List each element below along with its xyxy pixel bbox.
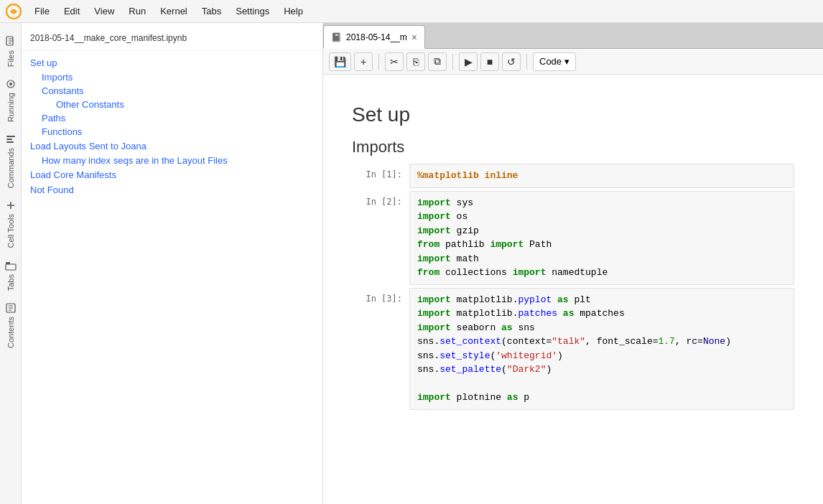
cell-2: In [2]: import sys import os import gzip… (352, 191, 794, 285)
commands-label: Commands (6, 148, 15, 188)
sidebar-item-commands[interactable]: Commands (5, 128, 17, 194)
toc-item-load-layouts[interactable]: Load Layouts Sent to Joana (22, 139, 322, 154)
menubar: File Edit View Run Kernel Tabs Settings … (0, 0, 823, 23)
toc-item-setup[interactable]: Set up (22, 55, 322, 70)
cell-1: In [1]: %matplotlib inline (352, 164, 794, 188)
heading-setup: Set up (352, 103, 794, 126)
cell-2-label: In [2]: (352, 191, 409, 285)
svg-point-3 (9, 83, 12, 85)
toolbar-separator-1 (378, 54, 379, 70)
svg-rect-8 (6, 264, 16, 270)
cell-3-content[interactable]: import matplotlib.pyplot as plt import m… (409, 288, 794, 410)
notebook-area: 📓 2018-05-14__m × 💾 + ✂ ⎘ ⧉ ▶ ■ ↺ Code ▾ (323, 23, 823, 504)
menu-edit[interactable]: Edit (57, 4, 87, 19)
sidebar-item-files[interactable]: Files (5, 30, 17, 73)
save-button[interactable]: 💾 (329, 52, 351, 71)
toolbar-separator-2 (452, 54, 453, 70)
menu-tabs[interactable]: Tabs (195, 4, 228, 19)
menu-run[interactable]: Run (121, 4, 153, 19)
copy-button[interactable]: ⎘ (406, 52, 425, 71)
menu-help[interactable]: Help (276, 4, 310, 19)
toc-item-not-found[interactable]: Not Found (22, 182, 322, 197)
files-label: Files (6, 50, 15, 67)
add-cell-button[interactable]: + (354, 52, 373, 71)
tab-close-button[interactable]: × (412, 32, 417, 42)
menu-kernel[interactable]: Kernel (153, 4, 195, 19)
sidebar-item-tabs[interactable]: Tabs (5, 254, 17, 297)
cell-type-dropdown[interactable]: Code ▾ (533, 52, 576, 71)
paste-button[interactable]: ⧉ (428, 52, 447, 71)
run-button[interactable]: ▶ (459, 52, 478, 71)
toolbar-separator-3 (526, 54, 527, 70)
toc-panel: 2018-05-14__make_core_manifest.ipynb Set… (22, 23, 323, 504)
cell-1-content[interactable]: %matplotlib inline (409, 164, 794, 188)
tabs-label: Tabs (6, 274, 15, 291)
menu-file[interactable]: File (27, 4, 57, 19)
toc-item-load-core[interactable]: Load Core Manifests (22, 167, 322, 182)
sidebar-item-cell-tools[interactable]: Cell Tools (5, 194, 17, 254)
cell-tools-label: Cell Tools (6, 214, 15, 248)
toolbar: 💾 + ✂ ⎘ ⧉ ▶ ■ ↺ Code ▾ (323, 49, 823, 75)
sidebar-item-running[interactable]: Running (5, 73, 17, 128)
restart-button[interactable]: ↺ (502, 52, 521, 71)
notebook-content: Set up Imports In [1]: %matplotlib inlin… (323, 75, 823, 504)
heading-imports: Imports (352, 138, 794, 157)
cell-type-label: Code (539, 56, 562, 67)
svg-rect-5 (6, 139, 12, 140)
svg-rect-4 (6, 136, 15, 137)
sidebar-item-contents[interactable]: Contents (5, 297, 17, 354)
stop-button[interactable]: ■ (480, 52, 499, 71)
contents-label: Contents (6, 317, 15, 348)
toc-item-other-constants[interactable]: Other Constants (22, 98, 322, 111)
dropdown-icon: ▾ (564, 56, 569, 67)
toc-item-imports[interactable]: Imports (22, 70, 322, 84)
notebook-tab[interactable]: 📓 2018-05-14__m × (323, 25, 425, 49)
running-label: Running (6, 93, 15, 122)
svg-rect-6 (6, 141, 14, 143)
app-logo (6, 4, 22, 19)
menu-view[interactable]: View (87, 4, 121, 19)
toc-item-functions[interactable]: Functions (22, 125, 322, 139)
tab-bar: 📓 2018-05-14__m × (323, 23, 823, 49)
cell-1-label: In [1]: (352, 164, 409, 188)
cell-3-label: In [3]: (352, 288, 409, 410)
cell-3: In [3]: import matplotlib.pyplot as plt … (352, 288, 794, 410)
toc-item-constants[interactable]: Constants (22, 84, 322, 98)
tab-label: 2018-05-14__m (346, 32, 407, 42)
toc-filename: 2018-05-14__make_core_manifest.ipynb (22, 29, 322, 51)
tab-icon: 📓 (331, 32, 342, 42)
cut-button[interactable]: ✂ (385, 52, 404, 71)
sidebar-icons: Files Running Commands Cell Tools Tabs C… (0, 23, 22, 504)
cell-2-content[interactable]: import sys import os import gzip from pa… (409, 191, 794, 285)
toc-item-how-many[interactable]: How many index seqs are in the Layout Fi… (22, 154, 322, 167)
toc-item-paths[interactable]: Paths (22, 111, 322, 125)
menu-settings[interactable]: Settings (228, 4, 276, 19)
